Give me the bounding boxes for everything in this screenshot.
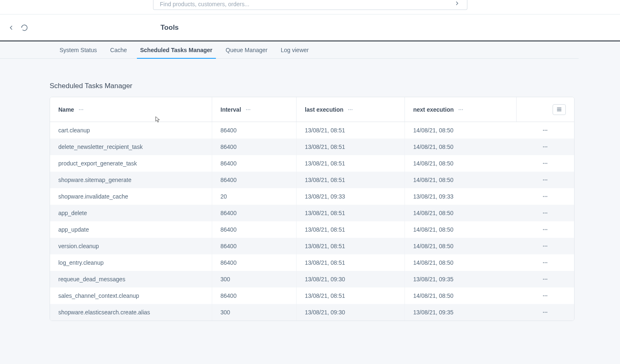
content-area: System StatusCacheScheduled Tasks Manage…	[0, 41, 620, 364]
table-row[interactable]: version.cleanup8640013/08/21, 08:5114/08…	[50, 238, 574, 254]
chevron-right-icon	[454, 0, 460, 7]
refresh-icon[interactable]	[21, 24, 28, 31]
cell-interval: 300	[212, 304, 297, 321]
more-icon[interactable]	[78, 107, 84, 113]
svg-point-50	[546, 312, 548, 313]
svg-point-37	[545, 246, 546, 247]
cell-actions	[517, 271, 574, 287]
cell-actions	[517, 139, 574, 155]
svg-point-45	[543, 295, 544, 297]
tab-log-viewer[interactable]: Log viewer	[281, 41, 309, 58]
more-icon[interactable]	[245, 107, 251, 113]
svg-point-11	[462, 109, 463, 110]
svg-point-48	[543, 312, 544, 313]
top-bar: Find products, customers, orders...	[0, 0, 620, 14]
row-actions-button[interactable]	[541, 176, 549, 184]
row-actions-button[interactable]	[541, 275, 549, 283]
cell-last-execution: 13/08/21, 08:51	[297, 254, 405, 271]
cell-interval: 86400	[212, 254, 297, 271]
tab-queue-manager[interactable]: Queue Manager	[226, 41, 268, 58]
cell-name: app_delete	[50, 205, 212, 221]
col-header-interval[interactable]: Interval	[212, 97, 297, 122]
cell-name: cart.cleanup	[50, 122, 212, 139]
tab-system-status[interactable]: System Status	[60, 41, 97, 58]
row-actions-button[interactable]	[541, 209, 549, 217]
svg-point-27	[543, 196, 544, 197]
svg-point-18	[543, 146, 544, 148]
cell-interval: 86400	[212, 238, 297, 254]
more-icon[interactable]	[458, 107, 464, 113]
cell-actions	[517, 188, 574, 205]
svg-point-6	[348, 109, 349, 110]
svg-point-15	[543, 130, 544, 131]
cell-actions	[517, 172, 574, 188]
tab-scheduled-tasks-manager[interactable]: Scheduled Tasks Manager	[140, 41, 213, 58]
cell-last-execution: 13/08/21, 08:51	[297, 155, 405, 172]
table-row[interactable]: shopware.invalidate_cache2013/08/21, 09:…	[50, 188, 574, 205]
svg-point-43	[545, 279, 546, 280]
cell-interval: 86400	[212, 221, 297, 238]
more-icon[interactable]	[347, 107, 353, 113]
row-actions-button[interactable]	[541, 308, 549, 316]
back-icon[interactable]	[7, 24, 15, 31]
global-search[interactable]: Find products, customers, orders...	[153, 0, 467, 10]
svg-point-5	[249, 109, 250, 110]
svg-point-9	[459, 109, 460, 110]
cell-interval: 86400	[212, 122, 297, 139]
table-body: cart.cleanup8640013/08/21, 08:5114/08/21…	[50, 122, 574, 321]
col-header-interval-label: Interval	[220, 106, 241, 113]
table-row[interactable]: log_entry.cleanup8640013/08/21, 08:5114/…	[50, 254, 574, 271]
cell-name: requeue_dead_messages	[50, 271, 212, 287]
svg-point-3	[246, 109, 247, 110]
tab-label: System Status	[60, 47, 97, 53]
svg-point-35	[546, 229, 548, 230]
cell-actions	[517, 287, 574, 304]
svg-point-42	[543, 279, 544, 280]
row-actions-button[interactable]	[541, 159, 549, 168]
col-header-next-execution[interactable]: next execution	[405, 97, 517, 122]
table-row[interactable]: sales_channel_context.cleanup8640013/08/…	[50, 287, 574, 304]
svg-point-23	[546, 163, 548, 164]
page-title: Tools	[160, 24, 179, 32]
cell-interval: 86400	[212, 139, 297, 155]
tab-label: Cache	[110, 47, 127, 53]
row-actions-button[interactable]	[541, 126, 549, 134]
row-actions-button[interactable]	[541, 259, 549, 267]
table-row[interactable]: app_delete8640013/08/21, 08:5114/08/21, …	[50, 205, 574, 221]
cell-interval: 86400	[212, 205, 297, 221]
cell-name: product_export_generate_task	[50, 155, 212, 172]
cell-last-execution: 13/08/21, 08:51	[297, 221, 405, 238]
tab-cache[interactable]: Cache	[110, 41, 127, 58]
col-header-name[interactable]: Name	[50, 97, 212, 122]
row-actions-button[interactable]	[541, 292, 549, 300]
svg-point-10	[460, 109, 461, 110]
row-actions-button[interactable]	[541, 143, 549, 151]
table-row[interactable]: product_export_generate_task8640013/08/2…	[50, 155, 574, 172]
svg-point-44	[546, 279, 548, 280]
cell-actions	[517, 304, 574, 321]
table-row[interactable]: cart.cleanup8640013/08/21, 08:5114/08/21…	[50, 122, 574, 139]
cell-last-execution: 13/08/21, 08:51	[297, 139, 405, 155]
cell-next-execution: 14/08/21, 08:50	[405, 221, 517, 238]
table-settings-button[interactable]	[553, 104, 566, 115]
row-actions-button[interactable]	[541, 242, 549, 250]
col-header-last-label: last execution	[305, 106, 343, 113]
table-row[interactable]: requeue_dead_messages30013/08/21, 09:301…	[50, 271, 574, 287]
table-row[interactable]: shopware.sitemap_generate8640013/08/21, …	[50, 172, 574, 188]
col-header-last-execution[interactable]: last execution	[297, 97, 405, 122]
row-actions-button[interactable]	[541, 192, 549, 201]
cell-actions	[517, 122, 574, 139]
page-header: Tools	[0, 14, 620, 41]
svg-point-47	[546, 295, 548, 297]
cell-next-execution: 14/08/21, 08:50	[405, 287, 517, 304]
table-row[interactable]: delete_newsletter_recipient_task8640013/…	[50, 139, 574, 155]
cell-actions	[517, 155, 574, 172]
tab-label: Scheduled Tasks Manager	[140, 47, 213, 53]
table-row[interactable]: shopware.elasticsearch.create.alias30013…	[50, 304, 574, 321]
row-actions-button[interactable]	[541, 225, 549, 234]
table-row[interactable]: app_update8640013/08/21, 08:5114/08/21, …	[50, 221, 574, 238]
cell-next-execution: 14/08/21, 08:50	[405, 172, 517, 188]
cell-next-execution: 14/08/21, 08:50	[405, 238, 517, 254]
svg-point-29	[546, 196, 548, 197]
svg-point-34	[545, 229, 546, 230]
